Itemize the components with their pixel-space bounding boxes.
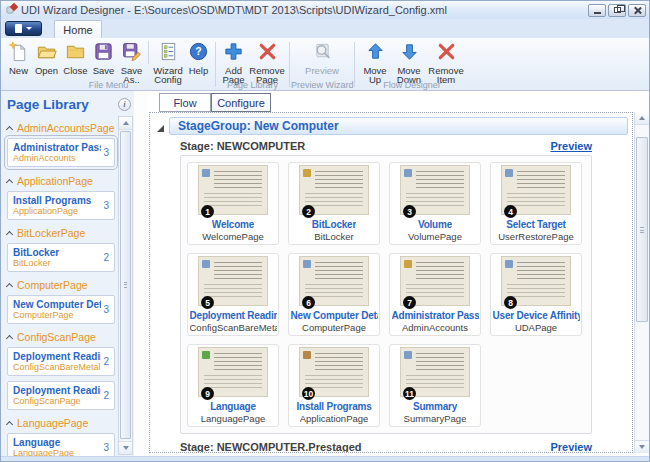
add-page-button[interactable]: Add Page — [219, 40, 248, 85]
page-mini-icon — [505, 169, 513, 177]
stage-group-header[interactable]: StageGroup: New Computer — [169, 117, 628, 135]
help-button[interactable]: ? Help — [185, 40, 212, 75]
sidebar-item-title: Deployment Readiness — [13, 351, 101, 362]
sidebar-item-administrator-password[interactable]: Administrator Password AdminAccounts 3 — [7, 138, 115, 167]
scroll-up-arrow[interactable] — [635, 112, 649, 125]
sidebar-item-subtitle: ConfigScanPage — [13, 396, 101, 406]
preview-button[interactable]: Preview — [299, 40, 345, 75]
stage-preview-link[interactable]: Preview — [550, 140, 592, 152]
stage-label: Stage: NEWCOMPUTER.Prestaged — [180, 441, 362, 453]
page-card-new-computer-details[interactable]: 6 New Computer Details ComputerPage — [288, 253, 380, 336]
sidebar-item-deployment-readiness[interactable]: Deployment Readiness ConfigScanPage 2 — [7, 381, 115, 410]
ribbon-group-file-menu: New Open Close Save Save As.. Wizard C — [3, 40, 214, 90]
page-card-title: Welcome — [212, 219, 254, 231]
page-mini-icon — [202, 351, 210, 359]
page-card-bitlocker[interactable]: 2 BitLocker BitLocker — [288, 162, 380, 245]
application-menu-button[interactable] — [5, 21, 42, 36]
main-scrollbar[interactable] — [634, 112, 649, 453]
stage-section-newcomputer: Stage: NEWCOMPUTER Preview 1 Welcome Wel… — [180, 139, 592, 434]
sidebar-item-bitlocker[interactable]: BitLocker BitLocker 2 — [7, 243, 115, 272]
page-card-welcome[interactable]: 1 Welcome WelcomePage — [187, 162, 279, 245]
sidebar-group-label: ComputerPage — [17, 279, 88, 291]
minimize-button[interactable] — [588, 4, 606, 17]
collapse-chevron-icon — [6, 178, 13, 185]
sidebar-item-count: 3 — [103, 200, 109, 211]
stage-canvas: StageGroup: New Computer Stage: NEWCOMPU… — [149, 112, 633, 453]
sidebar-group-label: AdminAccountsPage — [17, 122, 114, 134]
tab-home[interactable]: Home — [54, 20, 102, 38]
sidebar-item-count: 3 — [103, 147, 109, 158]
new-button[interactable]: New — [5, 40, 32, 75]
sidebar-item-subtitle: AdminAccounts — [13, 153, 101, 163]
tab-configure[interactable]: Configure — [211, 93, 271, 112]
save-button[interactable]: Save — [90, 40, 117, 75]
help-icon: ? — [188, 41, 209, 64]
scrollbar-thumb[interactable] — [636, 137, 648, 322]
page-card-deployment-readiness-baremetal[interactable]: 5 Deployment Readiness ConfigScanBareMet… — [187, 253, 279, 336]
scroll-down-arrow[interactable] — [635, 440, 649, 453]
page-thumbnail: 7 — [400, 256, 470, 306]
sequence-badge: 6 — [302, 296, 315, 309]
sidebar-group-bitlockerpage[interactable]: BitLockerPage — [7, 227, 115, 239]
page-mini-icon — [303, 169, 311, 177]
page-card-title: Select Target — [506, 219, 565, 231]
sidebar-group-adminaccountspage[interactable]: AdminAccountsPage — [7, 122, 115, 134]
page-thumbnail: 11 — [400, 347, 470, 397]
collapse-chevron-icon — [6, 125, 13, 132]
restore-button[interactable] — [608, 4, 626, 17]
sidebar-item-language[interactable]: Language LanguagePage 3 — [7, 433, 115, 456]
group-label-file-menu: File Menu — [3, 80, 214, 90]
close-button[interactable] — [628, 4, 646, 17]
page-card-administrator-password[interactable]: 7 Administrator Passw... AdminAccounts — [389, 253, 481, 336]
page-card-title: Summary — [413, 401, 457, 413]
window-bottom-border — [1, 456, 649, 461]
page-card-language[interactable]: 9 Language LanguagePage — [187, 344, 279, 427]
scroll-down-arrow[interactable] — [119, 441, 132, 454]
page-card-install-programs[interactable]: 10 Install Programs ApplicationPage — [288, 344, 380, 427]
move-down-button[interactable]: Move Down — [392, 40, 426, 85]
sidebar-item-deployment-readiness-baremetal[interactable]: Deployment Readiness ConfigScanBareMetal… — [7, 347, 115, 376]
page-card-volume[interactable]: 3 Volume VolumePage — [389, 162, 481, 245]
page-card-user-device-affinity[interactable]: 8 User Device Affinity UDAPage — [490, 253, 582, 336]
page-card-subtitle: UserRestorePage — [498, 231, 574, 242]
expander-triangle-icon[interactable] — [157, 125, 164, 132]
save-as-button[interactable]: Save As.. — [117, 40, 146, 85]
stage-preview-link[interactable]: Preview — [550, 441, 592, 453]
ribbon-group-flow-designer: Move Up Move Down Remove Item Flow Desig… — [356, 40, 468, 90]
sidebar-scrollbar[interactable] — [118, 116, 133, 455]
open-button[interactable]: Open — [32, 40, 61, 75]
page-card-subtitle: ConfigScanBareMetal — [190, 322, 277, 333]
remove-item-button[interactable]: Remove Item — [426, 40, 466, 85]
move-up-arrow-icon — [365, 41, 386, 64]
sidebar-group-applicationpage[interactable]: ApplicationPage — [7, 175, 115, 187]
page-card-subtitle: BitLocker — [314, 231, 354, 242]
sidebar-group-label: LanguagePage — [17, 417, 88, 429]
page-thumbnail: 6 — [299, 256, 369, 306]
page-card-summary[interactable]: 11 Summary SummaryPage — [389, 344, 481, 427]
remove-page-button[interactable]: Remove Page — [248, 40, 286, 85]
page-card-title: BitLocker — [312, 219, 356, 231]
scrollbar-thumb[interactable] — [120, 131, 131, 439]
sidebar-title: Page Library — [7, 97, 118, 112]
group-separator — [148, 41, 149, 64]
close-button-ribbon[interactable]: Close — [61, 40, 90, 75]
sidebar-item-title: Language — [13, 437, 101, 448]
sidebar-item-new-computer-details[interactable]: New Computer Details ComputerPage 3 — [7, 295, 115, 324]
scroll-up-arrow[interactable] — [119, 117, 132, 130]
sidebar-item-subtitle: ComputerPage — [13, 310, 101, 320]
pane-splitter[interactable] — [134, 91, 147, 456]
sidebar-item-install-programs[interactable]: Install Programs ApplicationPage 3 — [7, 191, 115, 220]
collapse-chevron-icon — [6, 230, 13, 237]
move-up-button[interactable]: Move Up — [358, 40, 392, 85]
new-button-label: New — [9, 66, 28, 76]
down-triangle-icon — [123, 446, 129, 450]
page-card-select-target[interactable]: 4 Select Target UserRestorePage — [490, 162, 582, 245]
wizard-config-button[interactable]: Wizard Config — [151, 40, 185, 85]
tab-flow[interactable]: Flow — [159, 93, 211, 112]
sidebar-group-computerpage[interactable]: ComputerPage — [7, 279, 115, 291]
close-icon — [633, 6, 641, 14]
sidebar-group-configscanpage[interactable]: ConfigScanPage — [7, 331, 115, 343]
info-icon[interactable] — [118, 98, 131, 111]
sidebar-group-languagepage[interactable]: LanguagePage — [7, 417, 115, 429]
sidebar-group-label: ConfigScanPage — [17, 331, 96, 343]
